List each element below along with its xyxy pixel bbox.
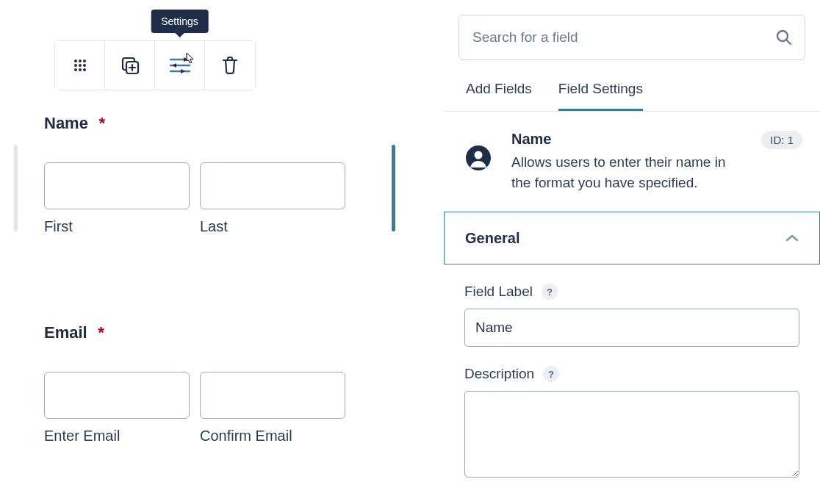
svg-point-7: [79, 68, 82, 71]
form-editor-canvas: Settings Name * First: [0, 0, 444, 504]
settings-button[interactable]: Settings: [155, 41, 205, 90]
accordion-general-label: General: [465, 230, 519, 247]
help-icon[interactable]: ?: [542, 284, 558, 300]
field-rail-right: [392, 145, 395, 231]
duplicate-icon: [120, 55, 140, 76]
required-asterisk: *: [98, 323, 104, 342]
last-name-input[interactable]: [200, 162, 345, 209]
duplicate-button[interactable]: [105, 41, 155, 90]
svg-point-0: [74, 60, 77, 62]
person-icon: [466, 145, 491, 170]
field-label-setting-label: Field Label: [464, 284, 533, 300]
field-info-panel: Name Allows users to enter their name in…: [444, 111, 820, 212]
chevron-up-icon: [785, 234, 799, 242]
trash-icon: [221, 56, 239, 75]
accordion-general[interactable]: General: [444, 212, 820, 264]
search-input[interactable]: [471, 29, 775, 46]
tab-field-settings[interactable]: Field Settings: [558, 81, 643, 112]
search-field-box[interactable]: [458, 15, 805, 60]
confirm-email-input[interactable]: [200, 372, 345, 419]
last-name-sublabel: Last: [200, 218, 345, 235]
drag-handle-button[interactable]: [55, 41, 105, 90]
field-rail-left: [14, 145, 18, 231]
help-icon[interactable]: ?: [543, 366, 559, 382]
name-field-group[interactable]: Name * First Last: [44, 114, 378, 235]
sidebar-tabs: Add Fields Field Settings: [466, 81, 805, 112]
email-field-label: Email: [44, 323, 87, 342]
field-id-badge: ID: 1: [761, 131, 802, 149]
svg-point-8: [83, 68, 86, 71]
required-asterisk: *: [98, 114, 105, 132]
svg-point-6: [74, 68, 77, 71]
first-name-sublabel: First: [44, 218, 190, 235]
field-info-title: Name: [511, 131, 802, 148]
enter-email-sublabel: Enter Email: [44, 428, 190, 444]
svg-point-1: [79, 60, 82, 62]
sliders-icon: [169, 56, 191, 75]
field-info-description: Allows users to enter their name in the …: [511, 152, 732, 192]
svg-point-5: [83, 64, 86, 67]
settings-sidebar: Add Fields Field Settings Name Allows us…: [444, 0, 820, 504]
confirm-email-sublabel: Confirm Email: [200, 428, 345, 444]
svg-point-2: [83, 60, 86, 62]
svg-marker-14: [184, 57, 188, 62]
svg-point-3: [74, 64, 77, 67]
enter-email-input[interactable]: [44, 372, 190, 419]
field-toolbar: Settings: [54, 40, 256, 90]
svg-marker-15: [172, 63, 176, 68]
search-icon: [775, 29, 793, 46]
description-setting-label: Description: [464, 366, 534, 382]
description-textarea[interactable]: [464, 391, 799, 478]
tab-add-fields[interactable]: Add Fields: [466, 81, 532, 112]
setting-description: Description ?: [458, 366, 805, 480]
field-label-input[interactable]: [464, 309, 799, 347]
delete-button[interactable]: [205, 41, 255, 90]
setting-field-label: Field Label ?: [458, 284, 805, 347]
email-field-group[interactable]: Email * Enter Email Confirm Email: [44, 323, 378, 444]
name-field-label: Name: [44, 114, 88, 132]
svg-line-18: [787, 40, 791, 45]
svg-marker-16: [181, 69, 185, 73]
settings-tooltip: Settings: [151, 10, 209, 33]
svg-point-4: [79, 64, 82, 67]
drag-grid-icon: [72, 57, 88, 73]
first-name-input[interactable]: [44, 162, 190, 209]
svg-point-20: [475, 151, 483, 159]
